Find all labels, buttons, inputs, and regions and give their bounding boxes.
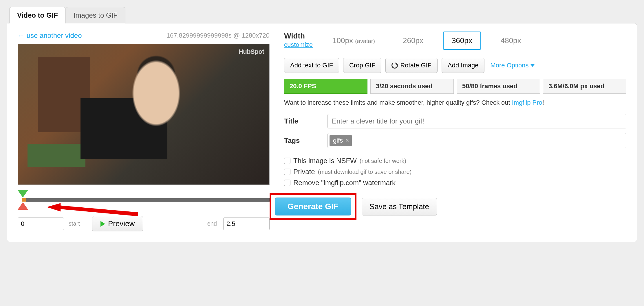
private-checkbox[interactable] (284, 169, 290, 175)
width-option-260[interactable]: 260px (395, 32, 431, 49)
tags-label: Tags (284, 137, 319, 145)
tags-input[interactable]: gifs × (328, 133, 626, 148)
remove-watermark-checkbox[interactable] (284, 180, 290, 186)
play-icon (100, 221, 105, 227)
stat-seconds: 3/20 seconds used (370, 79, 454, 94)
title-label: Title (284, 117, 319, 125)
video-watermark: HubSpot (239, 48, 264, 56)
add-text-button[interactable]: Add text to GIF (284, 58, 339, 73)
end-time-input[interactable] (223, 217, 270, 230)
video-meta: 167.82999999999998s @ 1280x720 (167, 32, 270, 39)
width-option-360[interactable]: 360px (443, 32, 481, 50)
use-another-video-link[interactable]: ← use another video (18, 32, 82, 40)
nsfw-label: This image is NSFW (293, 157, 357, 165)
width-option-480[interactable]: 480px (493, 32, 529, 49)
rotate-button[interactable]: Rotate GIF (385, 58, 438, 73)
tabs: Video to GIF Images to GIF (9, 7, 637, 23)
chevron-down-icon (530, 64, 535, 67)
title-input[interactable] (328, 114, 626, 128)
main-panel: ← use another video 167.82999999999998s … (7, 23, 637, 242)
start-time-input[interactable] (18, 217, 64, 230)
more-options-link[interactable]: More Options (490, 62, 535, 69)
width-option-100[interactable]: 100px (avatar) (324, 32, 383, 49)
save-template-button[interactable]: Save as Template (362, 198, 437, 215)
start-label: start (69, 220, 80, 227)
remove-watermark-label: Remove "imgflip.com" watermark (293, 179, 396, 187)
width-label: Width (284, 32, 313, 40)
tag-chip[interactable]: gifs × (330, 135, 352, 146)
start-marker-icon[interactable] (18, 190, 28, 198)
stat-fps: 20.0 FPS (284, 79, 367, 94)
timeline-slider[interactable] (18, 188, 270, 214)
annotation-arrow-icon (26, 203, 159, 217)
preview-button[interactable]: Preview (92, 216, 143, 231)
tab-images-to-gif[interactable]: Images to GIF (66, 7, 125, 23)
imgflip-pro-link[interactable]: Imgflip Pro (512, 99, 542, 106)
crop-button[interactable]: Crop GIF (343, 58, 381, 73)
svg-marker-0 (47, 203, 138, 216)
private-label: Private (293, 168, 315, 176)
tab-video-to-gif[interactable]: Video to GIF (9, 7, 66, 23)
nsfw-paren: (not safe for work) (360, 158, 406, 164)
add-image-button[interactable]: Add Image (442, 58, 484, 73)
rotate-icon (391, 62, 398, 69)
stat-px: 3.6M/6.0M px used (543, 79, 626, 94)
end-label: end (207, 220, 217, 227)
nsfw-checkbox[interactable] (284, 158, 290, 164)
video-preview[interactable]: HubSpot (18, 44, 270, 185)
generate-highlight: Generate GIF (270, 193, 356, 220)
stat-frames: 50/80 frames used (457, 79, 540, 94)
generate-gif-button[interactable]: Generate GIF (275, 198, 351, 215)
customize-width-link[interactable]: customize (284, 41, 313, 49)
limits-text: Want to increase these limits and make s… (284, 99, 626, 106)
tag-remove-icon[interactable]: × (345, 137, 349, 144)
private-paren: (must download gif to save or share) (318, 169, 412, 175)
